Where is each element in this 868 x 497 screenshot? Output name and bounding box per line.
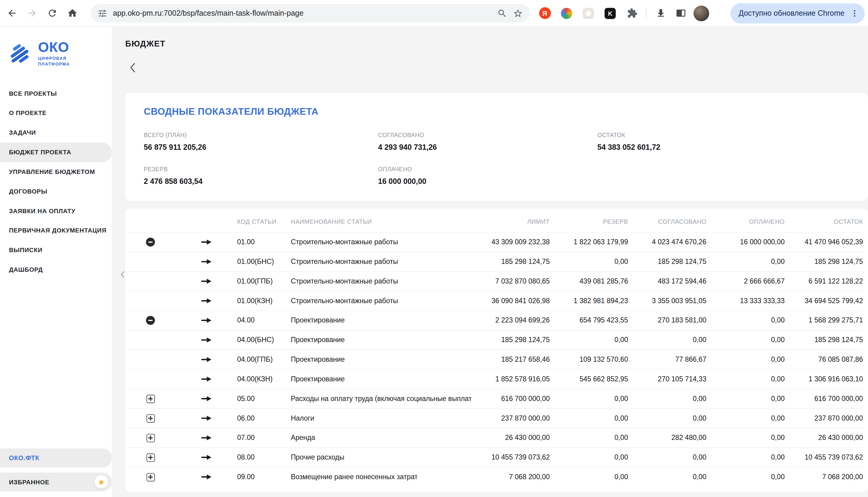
row-approved: 0,00 bbox=[628, 414, 707, 422]
expand-row-icon[interactable] bbox=[146, 473, 155, 481]
row-reserve: 0,00 bbox=[550, 473, 628, 481]
column-header: ОПЛАЧЕНО bbox=[707, 218, 785, 225]
sidebar-item[interactable]: ДАШБОРД bbox=[0, 260, 112, 279]
url-text[interactable]: app.oko-pm.ru:7002/bsp/faces/main-task-f… bbox=[113, 9, 492, 17]
sidebar-item[interactable]: УПРАВЛЕНИЕ БЮДЖЕТОМ bbox=[0, 162, 112, 182]
goto-row-icon[interactable] bbox=[201, 356, 211, 363]
profile-avatar[interactable] bbox=[694, 5, 709, 21]
goto-row-icon[interactable] bbox=[201, 278, 211, 284]
row-limit: 36 090 841 026,98 bbox=[471, 297, 550, 305]
metric-label: ОСТАТОК bbox=[597, 131, 855, 138]
collapse-row-icon[interactable] bbox=[146, 316, 155, 325]
expand-row-icon[interactable] bbox=[146, 394, 155, 403]
row-code: 04.00 bbox=[237, 316, 291, 324]
sidebar-collapse-handle[interactable] bbox=[118, 269, 127, 280]
sidebar-nav: ВСЕ ПРОЕКТЫО ПРОЕКТЕЗАДАЧИБЮДЖЕТ ПРОЕКТА… bbox=[0, 84, 112, 279]
row-paid: 2 666 666,67 bbox=[707, 277, 785, 285]
goto-row-icon[interactable] bbox=[201, 297, 211, 304]
home-button[interactable] bbox=[62, 4, 82, 23]
goto-row-icon[interactable] bbox=[201, 317, 211, 324]
browser-toolbar: app.oko-pm.ru:7002/bsp/faces/main-task-f… bbox=[0, 0, 868, 27]
downloads-button[interactable] bbox=[651, 4, 670, 23]
extension-k-icon[interactable]: K bbox=[601, 4, 620, 23]
row-name: Аренда bbox=[291, 434, 471, 442]
right-arrow-icon bbox=[201, 297, 211, 304]
row-code: 01.00(БНС) bbox=[237, 258, 291, 266]
table-row: 04.00(ГПБ)Проектирование185 217 658,4610… bbox=[125, 349, 863, 369]
row-reserve: 1 382 981 894,23 bbox=[550, 297, 628, 305]
goto-row-icon[interactable] bbox=[201, 375, 211, 382]
goto-row-icon[interactable] bbox=[201, 435, 211, 441]
goto-row-icon[interactable] bbox=[201, 415, 211, 422]
row-name: Строительно-монтажные работы bbox=[291, 238, 471, 246]
expand-row-icon[interactable] bbox=[146, 414, 155, 423]
app-logo[interactable]: ОКО ЦИФРОВАЯ ПЛАТФОРМА bbox=[8, 40, 112, 67]
address-bar[interactable]: app.oko-pm.ru:7002/bsp/faces/main-task-f… bbox=[90, 4, 530, 22]
metric-value: 2 476 858 603,54 bbox=[144, 177, 378, 186]
org-switcher[interactable]: ОКО.ФТК bbox=[0, 449, 112, 467]
back-button[interactable] bbox=[2, 4, 21, 23]
reload-button[interactable] bbox=[43, 4, 62, 23]
row-paid: 0,00 bbox=[707, 316, 785, 324]
sidebar-item[interactable]: ВЫПИСКИ bbox=[0, 240, 112, 260]
arrow-cell bbox=[175, 454, 237, 461]
row-limit: 185 298 124,75 bbox=[471, 258, 550, 266]
row-limit: 185 217 658,46 bbox=[471, 356, 550, 364]
goto-row-icon[interactable] bbox=[201, 258, 211, 265]
row-rest: 6 591 122 128,22 bbox=[785, 277, 863, 285]
metric-value: 54 383 052 601,72 bbox=[597, 143, 855, 152]
row-rest: 26 430 000,00 bbox=[785, 434, 863, 442]
goto-row-icon[interactable] bbox=[201, 454, 211, 461]
chrome-update-button[interactable]: Доступно обновление Chrome bbox=[730, 3, 865, 23]
puzzle-icon bbox=[627, 8, 637, 18]
browser-menu-button[interactable] bbox=[847, 5, 863, 21]
kebab-icon bbox=[850, 9, 859, 18]
sidebar-item[interactable]: ЗАЯВКИ НА ОПЛАТУ bbox=[0, 201, 112, 221]
sidebar-item[interactable]: О ПРОЕКТЕ bbox=[0, 103, 112, 123]
row-code: 04.00(БНС) bbox=[237, 336, 291, 344]
summary-card: СВОДНЫЕ ПОКАЗАТЕЛИ БЮДЖЕТА ВСЕГО (ПЛАН)5… bbox=[125, 93, 868, 200]
row-name: Прочие расходы bbox=[291, 454, 471, 462]
favorites-button[interactable]: ИЗБРАННОЕ ★ bbox=[0, 472, 112, 492]
goto-row-icon[interactable] bbox=[201, 239, 211, 245]
logo-subtitle-line1: ЦИФРОВАЯ bbox=[38, 56, 70, 61]
home-icon bbox=[67, 8, 77, 18]
row-approved: 0,00 bbox=[628, 336, 707, 344]
expand-row-icon[interactable] bbox=[146, 434, 155, 442]
toggle-cell bbox=[125, 238, 176, 247]
side-panel-button[interactable] bbox=[671, 4, 690, 23]
oko-logo-icon bbox=[8, 41, 33, 67]
arrow-cell bbox=[175, 278, 237, 284]
site-settings-icon[interactable] bbox=[97, 8, 107, 18]
forward-icon bbox=[27, 8, 37, 18]
search-icon[interactable] bbox=[497, 8, 507, 18]
yandex-badge: Я bbox=[539, 7, 551, 19]
extensions-puzzle-icon[interactable] bbox=[623, 4, 641, 23]
extension-light-icon[interactable] bbox=[579, 4, 598, 23]
org-label: ОКО.ФТК bbox=[9, 455, 40, 462]
sidebar-item[interactable]: БЮДЖЕТ ПРОЕКТА bbox=[0, 142, 112, 162]
forward-button[interactable] bbox=[22, 4, 41, 23]
expand-row-icon[interactable] bbox=[146, 453, 155, 462]
collapse-row-icon[interactable] bbox=[146, 238, 155, 247]
goto-row-icon[interactable] bbox=[201, 473, 211, 480]
row-code: 07.00 bbox=[237, 434, 291, 442]
extension-yandex-icon[interactable]: Я bbox=[535, 4, 554, 23]
sidebar-item[interactable]: ВСЕ ПРОЕКТЫ bbox=[0, 84, 112, 103]
right-arrow-icon bbox=[201, 317, 211, 324]
summary-metric: РЕЗЕРВ2 476 858 603,54 bbox=[144, 166, 378, 186]
goto-row-icon[interactable] bbox=[201, 337, 211, 343]
row-approved: 270 183 581,00 bbox=[628, 316, 707, 324]
toggle-cell bbox=[125, 434, 176, 442]
bookmark-star-icon[interactable] bbox=[513, 8, 523, 18]
extension-colorful-icon[interactable] bbox=[557, 4, 576, 23]
sidebar-item[interactable]: ЗАДАЧИ bbox=[0, 123, 112, 142]
metric-label: ОПЛАЧЕНО bbox=[378, 166, 597, 172]
sidebar-item[interactable]: ПЕРВИЧНАЯ ДОКУМЕНТАЦИЯ bbox=[0, 221, 112, 240]
right-arrow-icon bbox=[201, 239, 211, 245]
back-navigation-button[interactable] bbox=[130, 62, 136, 74]
goto-row-icon[interactable] bbox=[201, 395, 211, 402]
toggle-cell bbox=[125, 453, 176, 462]
sidebar-item[interactable]: ДОГОВОРЫ bbox=[0, 182, 112, 201]
table-row: 09.00Возмещение ранее понесенных затрат7… bbox=[125, 467, 863, 486]
